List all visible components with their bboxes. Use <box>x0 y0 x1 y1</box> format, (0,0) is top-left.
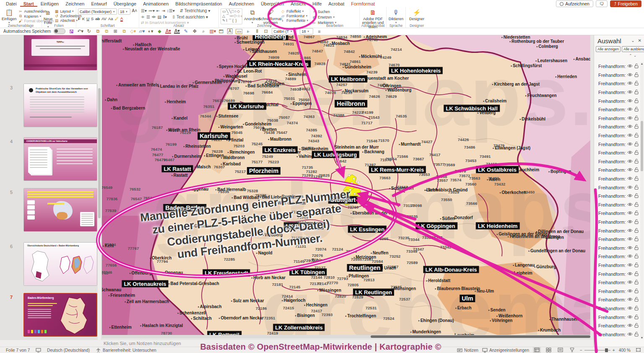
shape-list-item[interactable]: Freihandform: Form 2... <box>594 243 640 252</box>
font-color-icon-qat[interactable]: A▾ <box>165 29 171 34</box>
shape-list-item[interactable]: Freihandform: Form 2... <box>594 226 640 235</box>
visibility-eye-icon[interactable] <box>627 254 633 259</box>
visibility-eye-icon[interactable] <box>627 332 633 337</box>
grow-font-icon[interactable]: A˄ <box>132 8 137 15</box>
unlock-icon[interactable] <box>634 219 639 225</box>
scroll-down-icon[interactable]: ▼ <box>640 336 644 339</box>
font-name-select[interactable]: Calibri (Textkörper)▾ <box>78 8 117 15</box>
menu-item-bildschirmpräsentation[interactable]: Bildschirmpräsentation <box>172 1 225 7</box>
shape-list-item[interactable]: Freihandform: Form 2... <box>594 287 640 295</box>
unlock-icon[interactable] <box>634 107 639 112</box>
visibility-eye-icon[interactable] <box>627 73 633 78</box>
unlock-icon[interactable] <box>634 314 639 320</box>
district-label[interactable]: LK Zollernalbkreis <box>273 324 325 331</box>
unlock-icon[interactable] <box>634 115 639 121</box>
redo-icon[interactable]: ↻ <box>86 29 92 34</box>
columns-icon[interactable]: ‖▾ <box>163 15 167 19</box>
menu-item-hilfe[interactable]: Hilfe <box>309 1 325 7</box>
highlight-icon[interactable]: 🖉 <box>115 16 119 21</box>
shape-effects-button[interactable]: ◐Formeffekte▾ <box>280 18 308 23</box>
visibility-eye-icon[interactable] <box>627 228 633 233</box>
shape-list-item[interactable]: Freihandform: Form 2... <box>594 252 640 261</box>
visibility-eye-icon[interactable] <box>627 220 633 225</box>
horizontal-scrollbar[interactable] <box>102 335 590 338</box>
zoom-out-icon[interactable]: − <box>580 348 582 353</box>
visibility-eye-icon[interactable] <box>627 64 633 69</box>
district-label[interactable]: Ulm <box>460 295 475 302</box>
unlock-icon[interactable] <box>634 306 639 311</box>
slide-thumbnail-5[interactable] <box>23 188 97 232</box>
district-label[interactable]: LK Heilbronn <box>329 76 367 83</box>
unlock-icon[interactable] <box>634 288 639 294</box>
align-center-icon[interactable]: ☰ <box>146 15 150 19</box>
district-label[interactable]: LK Ortenaukreis <box>122 280 168 288</box>
selection-pane-icon[interactable]: ▭ <box>236 29 242 34</box>
duplicate-icon[interactable]: ⊞ <box>112 29 118 34</box>
district-label[interactable]: Heidelberg <box>253 35 288 40</box>
district-label[interactable]: LK Enzkreis <box>262 146 298 154</box>
district-label[interactable]: Reutlingen <box>347 264 383 272</box>
district-label[interactable]: LK Rastatt <box>161 165 193 173</box>
align-objects-icon[interactable]: ⫦ <box>245 29 251 34</box>
unlock-icon[interactable] <box>634 210 639 216</box>
share-button[interactable]: ⤴Freigeben <box>610 0 641 7</box>
shape-list-item[interactable]: Freihandform: Form 2... <box>594 269 640 278</box>
comments-button[interactable]: 🗨 <box>596 0 608 7</box>
visibility-eye-icon[interactable] <box>627 280 633 285</box>
menu-item-übergänge[interactable]: Übergänge <box>110 1 140 7</box>
shape-list-item[interactable]: Freihandform: Form 2... <box>594 131 640 140</box>
slide-thumbnail-2[interactable]: TIPPs: <box>23 35 97 71</box>
paste-icon[interactable]: ⧉ <box>95 29 101 34</box>
bullets-icon[interactable]: ☰▾ <box>141 8 147 13</box>
align-right-icon[interactable]: ⟚ <box>152 14 156 19</box>
save-icon[interactable]: 🖫 <box>68 29 74 34</box>
slide-thumbnail-4[interactable]: CODIERUNGSTABELLEN zur Vektorkarte <box>23 137 97 181</box>
unlock-icon[interactable] <box>634 150 639 156</box>
send-backward-icon[interactable]: ⌄ <box>634 54 638 58</box>
unlock-icon[interactable] <box>634 236 639 242</box>
visibility-eye-icon[interactable] <box>627 263 633 268</box>
district-label[interactable]: Stuttgart <box>328 196 358 204</box>
copy-icon-qat[interactable]: ⧉ <box>104 29 109 34</box>
menu-item-acrobat[interactable]: Acrobat <box>325 1 348 7</box>
picture-icon[interactable]: 🗔 <box>218 29 224 34</box>
visibility-eye-icon[interactable] <box>627 124 633 129</box>
shape-list-item[interactable]: Freihandform: Form 2... <box>594 88 640 97</box>
shape-list-item[interactable]: Freihandform: Form 2... <box>594 183 640 192</box>
text-color-icon[interactable]: A▾ <box>174 29 180 34</box>
unlock-icon[interactable] <box>634 72 639 78</box>
fit-slide-button[interactable] <box>634 347 642 353</box>
shape-list-item[interactable]: Freihandform: Form 2... <box>594 157 640 166</box>
visibility-eye-icon[interactable] <box>627 159 633 164</box>
shape-list-item[interactable]: Freihandform: Form 2... <box>594 62 640 71</box>
unlock-icon[interactable] <box>634 141 639 147</box>
district-label[interactable]: LK Esslingen <box>348 226 387 233</box>
zoom-level[interactable]: 400 % <box>619 348 631 353</box>
shape-outline-icon-qat[interactable]: ▱▾ <box>139 29 145 34</box>
align-text-button[interactable]: ⇳ Text ausrichten ▾ <box>172 15 208 19</box>
visibility-eye-icon[interactable] <box>627 150 633 155</box>
new-slide-button[interactable]: 🗈Neue Folie▾ <box>44 8 53 23</box>
unlock-icon[interactable] <box>634 280 639 285</box>
slide-sorter-view-button[interactable] <box>545 347 553 353</box>
unlock-icon[interactable] <box>634 262 639 268</box>
visibility-eye-icon[interactable] <box>627 90 633 95</box>
visibility-eye-icon[interactable] <box>627 202 633 207</box>
notes-placeholder[interactable]: Klicken Sie, um Notizen hinzuzufügen <box>104 341 181 346</box>
menu-item-start[interactable]: Start <box>20 1 37 7</box>
tab-formformat[interactable]: Formformat <box>348 1 378 7</box>
visibility-eye-icon[interactable] <box>627 142 633 147</box>
slide-thumbnail-3[interactable]: Praktische ShortCuts für das Verwalten v… <box>23 84 97 127</box>
outdent-icon[interactable]: ⇤ <box>156 8 160 13</box>
district-label[interactable]: Pforzheim <box>247 167 280 175</box>
menu-item-aufzeichnen[interactable]: Aufzeichnen <box>226 1 258 7</box>
district-label[interactable]: LK Rems-Murr-Kreis <box>369 166 426 173</box>
unlock-icon[interactable] <box>634 63 639 69</box>
visibility-eye-icon[interactable] <box>627 323 633 328</box>
normal-view-button[interactable] <box>533 347 541 353</box>
unlock-icon[interactable] <box>634 98 639 104</box>
district-label[interactable]: LK Tübingen <box>289 269 327 276</box>
unlock-icon[interactable] <box>634 202 639 208</box>
undo-icon[interactable]: ↶▾ <box>77 29 83 34</box>
font-color-icon[interactable]: A <box>120 16 123 21</box>
